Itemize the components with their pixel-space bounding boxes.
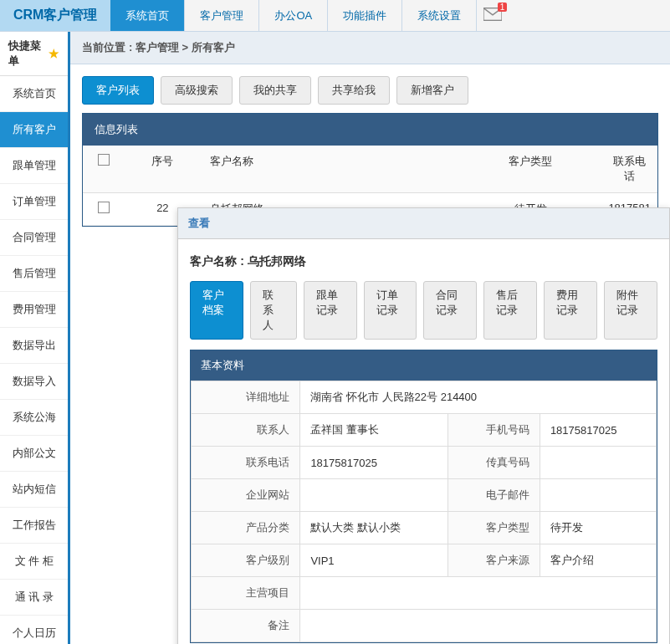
sidebar-item[interactable]: 跟单管理	[0, 148, 68, 184]
topnav-home[interactable]: 系统首页	[110, 0, 185, 31]
info-panel-title: 信息列表	[83, 114, 657, 146]
val-mobile: 18175817025	[540, 414, 656, 447]
dialog-tabs: 客户档案 联系人 跟单记录 订单记录 合同记录 售后记录 费用记录 附件记录	[190, 281, 657, 340]
topnav-settings[interactable]: 系统设置	[402, 0, 477, 31]
row-checkbox[interactable]	[98, 202, 110, 213]
lbl-contact: 联系人	[192, 414, 300, 447]
lbl-fax: 传真号码	[448, 447, 540, 479]
lbl-source: 客户来源	[448, 544, 540, 577]
th-name: 客户名称	[200, 146, 459, 192]
dtab-attachment[interactable]: 附件记录	[604, 281, 657, 340]
star-icon: ★	[49, 47, 59, 60]
lbl-address: 详细地址	[192, 381, 300, 414]
sidebar-item[interactable]: 合同管理	[0, 220, 68, 256]
sidebar-item[interactable]: 订单管理	[0, 184, 68, 220]
val-email	[540, 479, 656, 512]
dtab-expense[interactable]: 费用记录	[544, 281, 597, 340]
val-prodcat: 默认大类 默认小类	[300, 512, 448, 544]
dialog-title: 查看	[178, 208, 669, 239]
val-website	[300, 479, 448, 512]
val-tel: 18175817025	[300, 447, 448, 479]
sidebar-item[interactable]: 个人日历	[0, 616, 68, 644]
sidebar-item[interactable]: 通 讯 录	[0, 580, 68, 616]
th-seq: 序号	[125, 146, 200, 192]
dtab-profile[interactable]: 客户档案	[190, 281, 243, 340]
tab-adv-search[interactable]: 高级搜索	[161, 76, 233, 105]
table-header-row: 序号 客户名称 客户类型 联系电话	[83, 146, 657, 193]
sidebar-item[interactable]: 系统首页	[0, 76, 68, 112]
content-area: 当前位置 : 客户管理 > 所有客户 客户列表 高级搜索 我的共享 共享给我 新…	[70, 32, 670, 644]
val-mainbiz	[300, 577, 657, 610]
sidebar-item[interactable]: 工作报告	[0, 508, 68, 544]
val-address: 湖南省 怀化市 人民路22号 214400	[300, 381, 657, 414]
mail-badge: 1	[498, 3, 508, 12]
quick-menu-label: 快捷菜单	[8, 38, 49, 69]
dtab-contacts[interactable]: 联系人	[250, 281, 296, 340]
tab-my-share[interactable]: 我的共享	[239, 76, 311, 105]
tab-add-customer[interactable]: 新增客户	[396, 76, 468, 105]
sidebar-item[interactable]: 文 件 柜	[0, 544, 68, 580]
val-fax	[540, 447, 656, 479]
detail-title: 基本资料	[191, 350, 657, 381]
app-logo: CRM客户管理	[0, 0, 110, 31]
lbl-custtype: 客户类型	[448, 512, 540, 544]
val-custtype: 待开发	[540, 512, 656, 544]
lbl-email: 电子邮件	[448, 479, 540, 512]
val-source: 客户介绍	[540, 544, 656, 577]
dtab-followup[interactable]: 跟单记录	[304, 281, 357, 340]
sidebar-item[interactable]: 站内短信	[0, 472, 68, 508]
topnav-plugin[interactable]: 功能插件	[328, 0, 402, 31]
tab-shared-to-me[interactable]: 共享给我	[318, 76, 390, 105]
detail-table: 详细地址 湖南省 怀化市 人民路22号 214400 联系人 孟祥国 董事长 手…	[191, 381, 657, 642]
sidebar-item[interactable]: 内部公文	[0, 436, 68, 472]
select-all-checkbox[interactable]	[98, 154, 110, 166]
lbl-mainbiz: 主营项目	[192, 577, 300, 610]
sidebar-item[interactable]: 所有客户	[0, 112, 68, 148]
top-nav: 系统首页 客户管理 办公OA 功能插件 系统设置	[110, 0, 477, 31]
dtab-contract[interactable]: 合同记录	[423, 281, 477, 340]
dtab-aftersale[interactable]: 售后记录	[483, 281, 537, 340]
th-type: 客户类型	[459, 146, 601, 192]
dtab-order[interactable]: 订单记录	[364, 281, 417, 340]
val-custlevel: VIP1	[300, 544, 448, 577]
sidebar-item[interactable]: 数据导出	[0, 328, 68, 364]
tab-list[interactable]: 客户列表	[82, 76, 154, 105]
breadcrumb: 当前位置 : 客户管理 > 所有客户	[70, 32, 670, 64]
topnav-oa[interactable]: 办公OA	[259, 0, 328, 31]
topnav-customer[interactable]: 客户管理	[185, 0, 259, 31]
sidebar: 快捷菜单 ★ 系统首页所有客户跟单管理订单管理合同管理售后管理费用管理数据导出数…	[0, 32, 70, 644]
val-remark	[300, 610, 657, 642]
sidebar-item[interactable]: 数据导入	[0, 364, 68, 400]
sidebar-item[interactable]: 费用管理	[0, 292, 68, 328]
top-bar: CRM客户管理 系统首页 客户管理 办公OA 功能插件 系统设置 1	[0, 0, 670, 32]
sidebar-quick-menu-header: 快捷菜单 ★	[0, 32, 68, 76]
sidebar-item[interactable]: 售后管理	[0, 256, 68, 292]
sidebar-item[interactable]: 系统公海	[0, 400, 68, 436]
val-contact: 孟祥国 董事长	[300, 414, 448, 447]
lbl-tel: 联系电话	[192, 447, 300, 479]
view-dialog: 查看 客户名称 : 乌托邦网络 客户档案 联系人 跟单记录 订单记录 合同记录 …	[177, 207, 670, 644]
lbl-remark: 备注	[192, 610, 300, 642]
lbl-mobile: 手机号码	[448, 414, 540, 447]
detail-panel: 基本资料 详细地址 湖南省 怀化市 人民路22号 214400 联系人 孟祥国 …	[190, 350, 657, 643]
dialog-customer-name: 客户名称 : 乌托邦网络	[190, 249, 657, 281]
lbl-website: 企业网站	[192, 479, 300, 512]
lbl-prodcat: 产品分类	[192, 512, 300, 544]
th-phone: 联系电话	[601, 146, 657, 192]
mail-icon[interactable]: 1	[483, 8, 502, 23]
main-tabs: 客户列表 高级搜索 我的共享 共享给我 新增客户	[70, 64, 670, 113]
lbl-custlevel: 客户级别	[192, 544, 300, 577]
